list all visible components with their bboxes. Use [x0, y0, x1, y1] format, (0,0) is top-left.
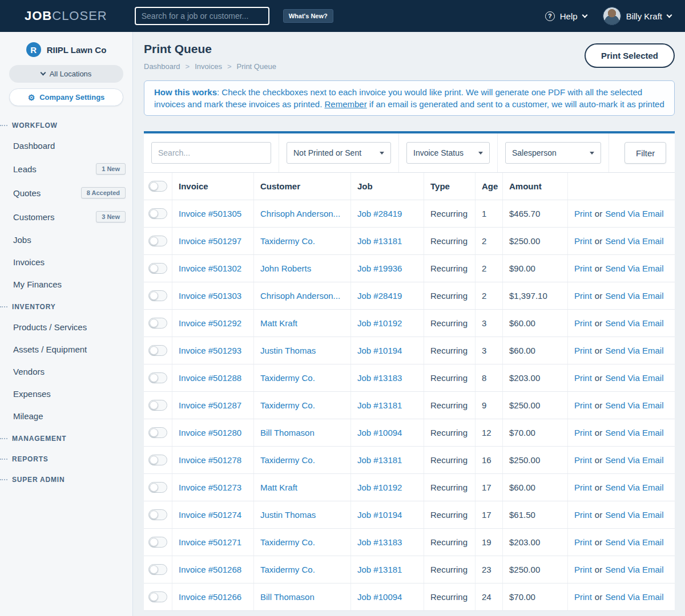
job-link[interactable]: Job #13183: [357, 537, 402, 547]
send-email-link[interactable]: Send Via Email: [605, 455, 663, 465]
send-email-link[interactable]: Send Via Email: [605, 428, 663, 437]
row-toggle[interactable]: [148, 345, 167, 356]
send-email-link[interactable]: Send Via Email: [605, 483, 663, 492]
print-link[interactable]: Print: [574, 592, 592, 602]
row-toggle[interactable]: [148, 537, 167, 548]
sidebar-item-expenses[interactable]: Expenses: [0, 383, 132, 405]
nav-section-header[interactable]: WORKFLOW: [0, 114, 132, 135]
invoice-link[interactable]: Invoice #501280: [179, 428, 241, 437]
customer-link[interactable]: John Roberts: [260, 264, 311, 273]
job-link[interactable]: Job #28419: [357, 291, 402, 301]
print-link[interactable]: Print: [574, 373, 592, 383]
breadcrumb-dashboard[interactable]: Dashboard: [144, 62, 180, 71]
invoice-link[interactable]: Invoice #501302: [179, 264, 241, 273]
job-link[interactable]: Job #13181: [357, 565, 402, 574]
row-toggle[interactable]: [148, 455, 167, 465]
table-search-input[interactable]: [151, 142, 271, 164]
send-email-link[interactable]: Send Via Email: [605, 209, 663, 218]
invoice-link[interactable]: Invoice #501292: [179, 318, 241, 328]
customer-link[interactable]: Taxidermy Co.: [260, 400, 315, 410]
help-menu[interactable]: ? Help: [545, 11, 587, 21]
row-toggle[interactable]: [148, 208, 167, 219]
row-toggle[interactable]: [148, 509, 167, 520]
print-link[interactable]: Print: [574, 236, 592, 246]
row-toggle[interactable]: [148, 290, 167, 301]
sidebar-item-dashboard[interactable]: Dashboard: [0, 135, 132, 157]
print-link[interactable]: Print: [574, 565, 592, 574]
send-email-link[interactable]: Send Via Email: [605, 400, 663, 410]
invoice-link[interactable]: Invoice #501266: [179, 592, 241, 602]
send-email-link[interactable]: Send Via Email: [605, 346, 663, 355]
send-email-link[interactable]: Send Via Email: [605, 565, 663, 574]
job-link[interactable]: Job #10192: [357, 318, 402, 328]
user-menu[interactable]: Billy Kraft: [603, 7, 671, 25]
sidebar-item-vendors[interactable]: Vendors: [0, 360, 132, 383]
whats-new-button[interactable]: What's New?: [283, 9, 333, 23]
job-link[interactable]: Job #10192: [357, 483, 402, 492]
job-link[interactable]: Job #13181: [357, 455, 402, 465]
customer-link[interactable]: Bill Thomason: [260, 592, 315, 602]
company-settings-button[interactable]: ⚙ Company Settings: [9, 88, 123, 106]
print-link[interactable]: Print: [574, 537, 592, 547]
nav-section-header[interactable]: REPORTS: [0, 448, 132, 468]
printed-filter-select[interactable]: Not Printed or Sent: [287, 142, 391, 164]
send-email-link[interactable]: Send Via Email: [605, 318, 663, 328]
job-link[interactable]: Job #10094: [357, 428, 402, 437]
print-link[interactable]: Print: [574, 346, 592, 355]
invoice-status-select[interactable]: Invoice Status: [406, 142, 490, 164]
customer-link[interactable]: Chrisoph Anderson...: [260, 291, 340, 301]
job-link[interactable]: Job #10094: [357, 592, 402, 602]
invoice-link[interactable]: Invoice #501278: [179, 455, 241, 465]
job-link[interactable]: Job #13181: [357, 236, 402, 246]
print-link[interactable]: Print: [574, 455, 592, 465]
row-toggle[interactable]: [148, 482, 167, 493]
row-toggle[interactable]: [148, 564, 167, 575]
customer-link[interactable]: Taxidermy Co.: [260, 236, 315, 246]
print-link[interactable]: Print: [574, 510, 592, 520]
customer-link[interactable]: Taxidermy Co.: [260, 537, 315, 547]
print-link[interactable]: Print: [574, 428, 592, 437]
invoice-link[interactable]: Invoice #501268: [179, 565, 241, 574]
customer-link[interactable]: Taxidermy Co.: [260, 565, 315, 574]
sidebar-item-leads[interactable]: Leads1 New: [0, 157, 132, 181]
print-link[interactable]: Print: [574, 318, 592, 328]
nav-section-header[interactable]: SUPER ADMIN: [0, 468, 132, 489]
send-email-link[interactable]: Send Via Email: [605, 236, 663, 246]
breadcrumb-invoices[interactable]: Invoices: [195, 62, 222, 71]
nav-section-header[interactable]: MANAGEMENT: [0, 427, 132, 448]
send-email-link[interactable]: Send Via Email: [605, 592, 663, 602]
customer-link[interactable]: Matt Kraft: [260, 483, 297, 492]
invoice-link[interactable]: Invoice #501287: [179, 400, 241, 410]
global-search-input[interactable]: [135, 7, 269, 25]
invoice-link[interactable]: Invoice #501293: [179, 346, 241, 355]
print-link[interactable]: Print: [574, 264, 592, 273]
job-link[interactable]: Job #10194: [357, 346, 402, 355]
job-link[interactable]: Job #19936: [357, 264, 402, 273]
sidebar-item-quotes[interactable]: Quotes8 Accepted: [0, 181, 132, 205]
row-toggle[interactable]: [148, 427, 167, 438]
select-all-toggle[interactable]: [148, 181, 167, 192]
sidebar-item-products-services[interactable]: Products / Services: [0, 316, 132, 338]
locations-dropdown[interactable]: All Locations: [9, 65, 123, 83]
send-email-link[interactable]: Send Via Email: [605, 537, 663, 547]
sidebar-item-invoices[interactable]: Invoices: [0, 251, 132, 273]
sidebar-item-mileage[interactable]: Mileage: [0, 405, 132, 427]
filter-button[interactable]: Filter: [624, 142, 666, 164]
customer-link[interactable]: Taxidermy Co.: [260, 373, 315, 383]
invoice-link[interactable]: Invoice #501297: [179, 236, 241, 246]
invoice-link[interactable]: Invoice #501303: [179, 291, 241, 301]
row-toggle[interactable]: [148, 591, 167, 602]
job-link[interactable]: Job #13181: [357, 400, 402, 410]
invoice-link[interactable]: Invoice #501274: [179, 510, 241, 520]
invoice-link[interactable]: Invoice #501271: [179, 537, 241, 547]
send-email-link[interactable]: Send Via Email: [605, 264, 663, 273]
invoice-link[interactable]: Invoice #501305: [179, 209, 241, 218]
print-link[interactable]: Print: [574, 400, 592, 410]
send-email-link[interactable]: Send Via Email: [605, 373, 663, 383]
print-link[interactable]: Print: [574, 483, 592, 492]
customer-link[interactable]: Matt Kraft: [260, 318, 297, 328]
customer-link[interactable]: Bill Thomason: [260, 428, 315, 437]
invoice-link[interactable]: Invoice #501288: [179, 373, 241, 383]
sidebar-item-my-finances[interactable]: My Finances: [0, 273, 132, 295]
sidebar-item-jobs[interactable]: Jobs: [0, 229, 132, 251]
